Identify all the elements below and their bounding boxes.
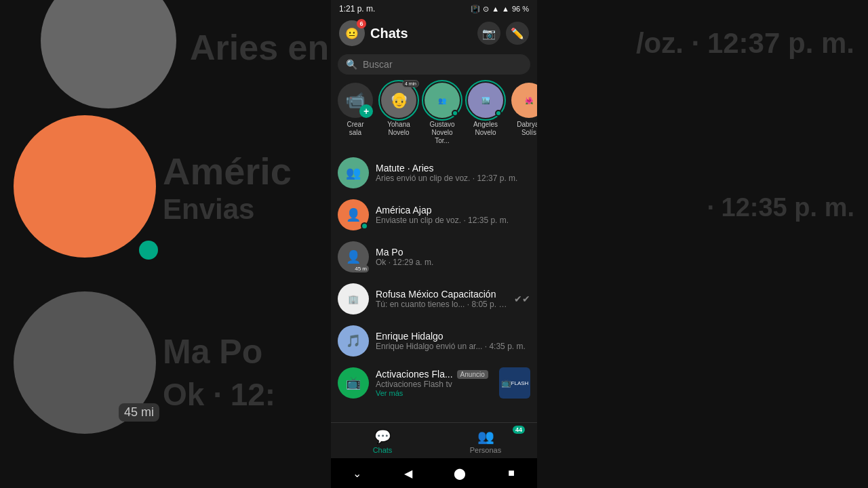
- story-item-dabryar[interactable]: 🌺 DabryarSolís: [511, 83, 537, 145]
- battery-icon: 96 %: [512, 5, 529, 13]
- chat-info-activaciones: Activaciones Fla... Anuncio Activaciones…: [376, 369, 492, 397]
- story-avatar-wrap-crear: 📹 +: [338, 83, 373, 118]
- bg-text-mid-time: · 12:35 p. m.: [707, 193, 854, 222]
- chat-item-mapo[interactable]: 👤 45 m Ma Po Ok · 12:29 a. m.: [331, 236, 537, 278]
- story-item-yohana[interactable]: 👴 4 min YohanaNovelo: [381, 83, 416, 145]
- chat-name-activaciones: Activaciones Fla...: [376, 369, 453, 380]
- see-more-link[interactable]: Ver más: [376, 389, 492, 397]
- search-bar[interactable]: 🔍 Buscar: [338, 54, 530, 75]
- status-time: 1:21 p. m.: [339, 4, 375, 14]
- nav-personas[interactable]: 44 👥 Personas: [434, 423, 537, 458]
- chat-online-america: [361, 222, 368, 230]
- chat-avatar-wrap-america: 👤: [338, 199, 369, 230]
- wifi-icon: ▲: [502, 5, 509, 13]
- signal-icon: ▲: [492, 5, 499, 13]
- story-avatar-dabryar: 🌺: [511, 83, 537, 118]
- bg-text-bot-name: Ma Po: [163, 332, 262, 371]
- personas-nav-label: Personas: [470, 446, 501, 454]
- header: 😐 6 Chats 📷 ✏️: [331, 16, 537, 52]
- chats-nav-label: Chats: [373, 446, 393, 454]
- chat-info-mapo: Ma Po Ok · 12:29 a. m.: [376, 247, 530, 267]
- story-item-gustavo[interactable]: 👥 GustavoNovelo Tor...: [425, 83, 460, 145]
- story-label-dabryar: DabryarSolís: [517, 121, 537, 137]
- chat-preview-america: Enviaste un clip de voz. · 12:35 p. m.: [376, 216, 530, 225]
- story-label-yohana: YohanaNovelo: [387, 121, 410, 137]
- story-avatar-wrap-angeles: 🏙️: [468, 83, 503, 118]
- chat-avatar-wrap-mapo: 👤 45 m: [338, 241, 369, 272]
- story-online-gustavo: [452, 110, 458, 117]
- chat-name-enrique: Enrique Hidalgo: [376, 331, 530, 342]
- chat-item-activaciones[interactable]: 📺 Activaciones Fla... Anuncio Activacion…: [331, 362, 537, 404]
- story-item-crear-sala[interactable]: 📹 + Crearsala: [338, 83, 373, 145]
- chat-info-enrique: Enrique Hidalgo Enrique Hidalgo envió un…: [376, 331, 530, 351]
- chat-info-america: América Ajap Enviaste un clip de voz. · …: [376, 205, 530, 225]
- story-avatar-wrap-yohana: 👴 4 min: [381, 83, 416, 118]
- nav-down-button[interactable]: ⌄: [347, 464, 366, 483]
- chat-item-rofusa[interactable]: 🏢 Rofusa México Capacitación Tú: en cuan…: [331, 278, 537, 320]
- chat-item-enrique[interactable]: 🎵 Enrique Hidalgo Enrique Hidalgo envió …: [331, 320, 537, 362]
- bg-text-top: Aries en: [190, 27, 329, 68]
- chat-name-mapo: Ma Po: [376, 247, 530, 258]
- phone-panel: 1:21 p. m. 📳 ⊙ ▲ ▲ 96 % 😐 6 Chats 📷 ✏️ 🔍…: [331, 0, 537, 488]
- nav-recent-button[interactable]: ■: [502, 464, 521, 483]
- search-placeholder: Buscar: [363, 59, 393, 70]
- chat-info-rofusa: Rofusa México Capacitación Tú: en cuanto…: [376, 289, 507, 309]
- story-online-angeles: [495, 110, 502, 117]
- story-avatar-yohana: 👴: [381, 83, 416, 118]
- system-nav-bar: ⌄ ◀ ⬤ ■: [331, 458, 537, 488]
- chat-avatar-enrique: 🎵: [338, 325, 369, 357]
- story-item-angeles[interactable]: 🏙️ AngelesNovelo: [468, 83, 503, 145]
- notification-badge: 6: [357, 19, 366, 28]
- double-check-icon-rofusa: ✔✔: [514, 293, 530, 304]
- story-label-crear: Crearsala: [347, 121, 363, 137]
- chat-preview-enrique: Enrique Hidalgo envió un ar... · 4:35 p.…: [376, 342, 530, 351]
- ad-badge: Anuncio: [457, 370, 488, 379]
- header-title: Chats: [370, 26, 472, 41]
- bg-online-dot: [139, 241, 158, 260]
- bottom-nav: 💬 Chats 44 👥 Personas: [331, 422, 537, 458]
- story-timer-yohana: 4 min: [402, 80, 419, 87]
- chat-preview-mapo: Ok · 12:29 a. m.: [376, 258, 530, 267]
- chat-name-rofusa: Rofusa México Capacitación: [376, 289, 507, 300]
- bg-circle-mid: [14, 115, 156, 258]
- alarm-icon: ⊙: [483, 5, 489, 14]
- story-avatar-wrap-dabryar: 🌺: [511, 83, 537, 118]
- profile-avatar-wrap[interactable]: 😐 6: [339, 20, 365, 46]
- ad-thumbnail: 📺FLASH: [499, 367, 530, 399]
- stories-row: 📹 + Crearsala 👴 4 min YohanaNovelo 👥: [331, 80, 537, 152]
- chat-name-america: América Ajap: [376, 205, 530, 216]
- story-label-angeles: AngelesNovelo: [473, 121, 498, 137]
- bg-text-mid-preview: Envias: [163, 193, 254, 226]
- search-icon: 🔍: [346, 59, 357, 70]
- chat-item-america[interactable]: 👤 América Ajap Enviaste un clip de voz. …: [331, 194, 537, 236]
- bg-text-mid-name: Améric: [163, 149, 292, 193]
- chat-preview-matute: Aries envió un clip de voz. · 12:37 p. m…: [376, 174, 530, 183]
- chat-name-matute: Matute · Aries: [376, 163, 530, 174]
- chat-avatar-activaciones: 📺: [338, 367, 369, 399]
- personas-badge: 44: [513, 426, 525, 434]
- nav-back-button[interactable]: ◀: [399, 464, 418, 483]
- bg-circle-top: [41, 0, 176, 108]
- chat-avatar-wrap-rofusa: 🏢: [338, 283, 369, 314]
- bg-text-bot-preview: Ok · 12:: [163, 376, 275, 413]
- chat-avatar-wrap-activaciones: 📺: [338, 367, 369, 399]
- chat-list: 👥 Matute · Aries Aries envió un clip de …: [331, 152, 537, 422]
- nav-home-button[interactable]: ⬤: [450, 464, 469, 483]
- chat-item-matute[interactable]: 👥 Matute · Aries Aries envió un clip de …: [331, 152, 537, 194]
- nav-chats[interactable]: 💬 Chats: [331, 423, 434, 458]
- chat-avatar-matute: 👥: [338, 157, 369, 188]
- chat-timer-mapo: 45 m: [353, 265, 369, 272]
- status-bar: 1:21 p. m. 📳 ⊙ ▲ ▲ 96 %: [331, 0, 537, 16]
- chat-preview-rofusa: Tú: en cuanto tienes lo... · 8:05 p. m.: [376, 300, 507, 309]
- camera-button[interactable]: 📷: [477, 22, 500, 45]
- chat-preview-activaciones: Activaciones Flash tv: [376, 380, 492, 389]
- chat-avatar-wrap-enrique: 🎵: [338, 325, 369, 357]
- chat-info-matute: Matute · Aries Aries envió un clip de vo…: [376, 163, 530, 183]
- bg-timer-badge: 45 mi: [119, 403, 159, 422]
- chat-avatar-rofusa: 🏢: [338, 283, 369, 314]
- bg-text-top-right: /oz. · 12:37 p. m.: [636, 27, 854, 60]
- create-plus-icon: +: [359, 104, 373, 118]
- story-label-gustavo: GustavoNovelo Tor...: [425, 121, 460, 145]
- edit-button[interactable]: ✏️: [506, 22, 529, 45]
- chats-nav-icon: 💬: [374, 428, 391, 445]
